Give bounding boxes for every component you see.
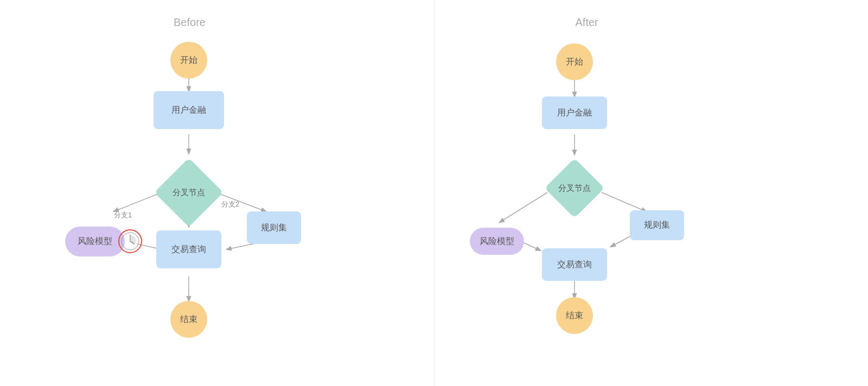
- svg-line-13: [500, 192, 547, 222]
- before-end-node: 结束: [170, 301, 207, 338]
- after-start-node: 开始: [556, 43, 593, 80]
- after-fengxian-node: 风险模型: [470, 228, 524, 255]
- before-fengxian-label: 风险模型: [78, 236, 112, 247]
- before-branch2-label: 分支2: [221, 200, 239, 209]
- svg-line-15: [524, 243, 540, 250]
- after-jiaoyichaxun-label: 交易查询: [557, 259, 592, 271]
- after-section: After 开始: [435, 0, 869, 386]
- after-guizejie-label: 规则集: [644, 220, 670, 231]
- before-fork-diamond: [154, 158, 223, 227]
- after-arrows: [435, 0, 869, 386]
- after-start-label: 开始: [566, 56, 583, 68]
- before-guizejie-node: 规则集: [247, 211, 301, 244]
- before-start-label: 开始: [180, 55, 197, 66]
- after-end-label: 结束: [566, 310, 583, 321]
- before-start-node: 开始: [170, 42, 207, 79]
- after-guizejie-node: 规则集: [630, 210, 684, 240]
- before-yonghu-node: 用户金融: [154, 91, 224, 129]
- after-jiaoyichaxun-node: 交易查询: [542, 248, 607, 281]
- before-section: Before: [0, 0, 434, 386]
- before-title: Before: [174, 16, 206, 29]
- before-jiaoyichaxun-node: 交易查询: [156, 230, 221, 268]
- before-yonghu-label: 用户金融: [171, 105, 206, 116]
- before-branch1-label: 分支1: [114, 210, 132, 220]
- after-end-node: 结束: [556, 297, 593, 334]
- svg-line-14: [602, 192, 646, 211]
- after-fengxian-label: 风险模型: [480, 236, 514, 247]
- before-end-label: 结束: [180, 314, 197, 325]
- svg-line-2: [114, 192, 162, 211]
- before-fengxian-node: 风险模型: [65, 227, 125, 256]
- before-fork-node: 分叉节点: [156, 160, 221, 225]
- before-jiaoyichaxun-label: 交易查询: [171, 244, 206, 255]
- after-yonghu-node: 用户金融: [542, 97, 607, 129]
- diagram-container: Before: [0, 0, 868, 386]
- after-fork-diamond: [544, 158, 604, 218]
- before-clock-icon: [119, 230, 141, 252]
- after-fork-node: 分叉节点: [545, 158, 604, 218]
- after-yonghu-label: 用户金融: [557, 107, 592, 119]
- after-title: After: [576, 16, 598, 29]
- before-guizejie-label: 规则集: [261, 222, 287, 234]
